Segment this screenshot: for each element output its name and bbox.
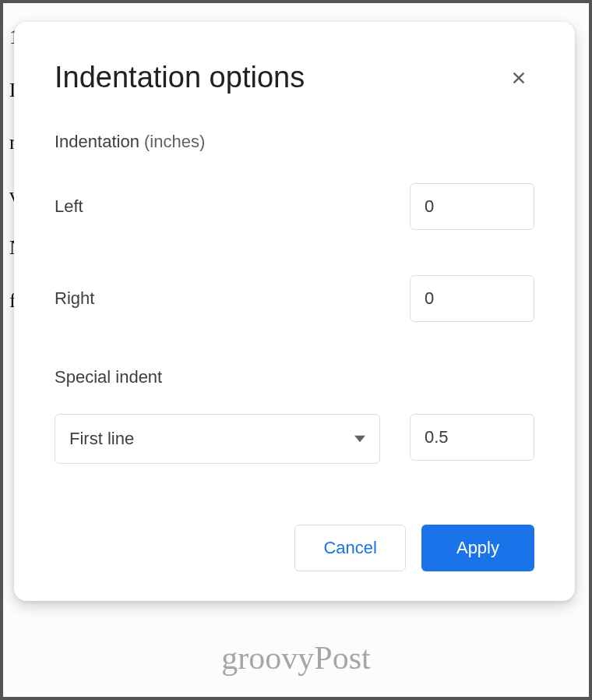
indentation-options-dialog: Indentation options Indentation (inches)… <box>14 22 575 601</box>
dialog-title: Indentation options <box>55 61 305 94</box>
close-icon <box>510 69 527 87</box>
special-indent-selected: First line <box>69 429 134 449</box>
section-label-text: Indentation <box>55 132 139 151</box>
close-button[interactable] <box>503 62 534 94</box>
indentation-section-label: Indentation (inches) <box>55 132 534 152</box>
section-unit: (inches) <box>144 132 205 151</box>
right-indent-input[interactable] <box>410 275 534 322</box>
special-indent-value-input[interactable] <box>410 414 534 461</box>
special-indent-select[interactable]: First line <box>55 414 380 464</box>
right-indent-row: Right <box>55 275 534 322</box>
left-indent-input[interactable] <box>410 183 534 230</box>
dialog-header: Indentation options <box>55 61 534 94</box>
left-label: Left <box>55 196 83 217</box>
special-indent-section: Special indent First line <box>55 367 534 464</box>
left-indent-row: Left <box>55 183 534 230</box>
special-indent-row: First line <box>55 414 534 464</box>
cancel-button[interactable]: Cancel <box>294 525 405 571</box>
special-indent-label: Special indent <box>55 367 534 387</box>
chevron-down-icon <box>354 433 365 444</box>
dialog-footer: Cancel Apply <box>55 525 534 571</box>
right-label: Right <box>55 288 94 309</box>
apply-button[interactable]: Apply <box>421 525 534 571</box>
